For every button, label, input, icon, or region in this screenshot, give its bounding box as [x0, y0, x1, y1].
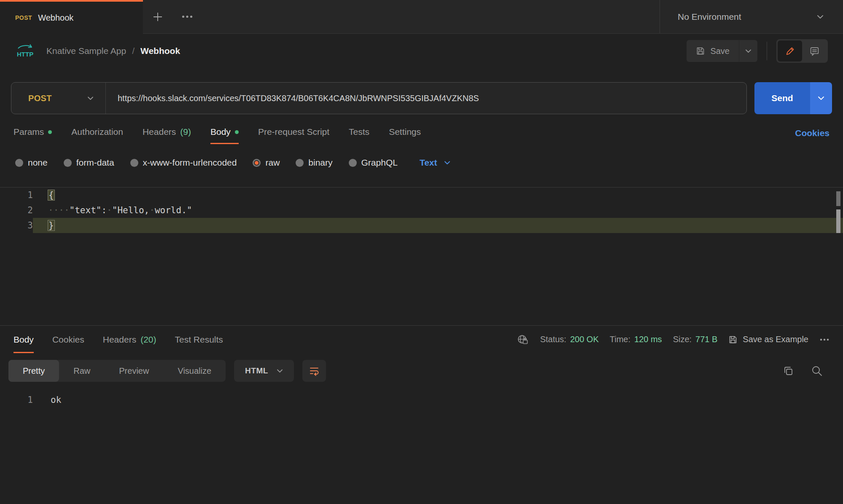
line-number: 1: [0, 188, 33, 203]
chevron-down-icon: [277, 369, 283, 373]
mode-none[interactable]: none: [15, 158, 48, 168]
url-input[interactable]: https://hooks.slack.com/services/T06TD83…: [106, 94, 479, 103]
request-header: HTTP Knative Sample App / Webhook Save: [0, 34, 843, 68]
header-divider: [767, 42, 767, 60]
plus-icon: [152, 11, 163, 22]
response-tools: [782, 365, 835, 377]
mode-binary[interactable]: binary: [296, 158, 332, 168]
view-visualize[interactable]: Visualize: [163, 360, 226, 382]
tab-method-badge: POST: [15, 14, 32, 21]
view-preview[interactable]: Preview: [105, 360, 163, 382]
environment-selector[interactable]: No Environment: [660, 0, 843, 33]
network-info-icon[interactable]: [517, 333, 529, 346]
response-tab-headers-label: Headers: [103, 335, 136, 345]
tab-params[interactable]: Params: [13, 127, 52, 144]
svg-text:HTTP: HTTP: [17, 51, 33, 58]
editor-code: }: [33, 218, 843, 233]
response-body[interactable]: 1 ok: [0, 393, 843, 407]
chevron-down-icon: [87, 97, 94, 100]
save-options-button[interactable]: [739, 40, 757, 62]
close-brace: }: [48, 220, 54, 231]
request-tabs: Params Authorization Headers (9) Body Pr…: [0, 127, 843, 144]
tab-headers-label: Headers: [143, 127, 176, 137]
size-label: Size:: [673, 335, 692, 344]
response-format-label: HTML: [245, 366, 268, 375]
radio-icon: [130, 159, 138, 167]
cookies-link[interactable]: Cookies: [795, 128, 830, 144]
breadcrumb-request-name[interactable]: Webhook: [140, 46, 180, 56]
response-meta: Status: 200 OK Time: 120 ms Size: 771 B …: [517, 333, 830, 346]
raw-language-selector[interactable]: Text: [420, 158, 450, 168]
tab-tests[interactable]: Tests: [349, 127, 369, 144]
wrap-text-icon: [309, 365, 320, 376]
line-number: 2: [0, 203, 33, 218]
copy-icon[interactable]: [782, 365, 794, 377]
chevron-down-icon: [745, 49, 751, 53]
comments-button[interactable]: [802, 40, 827, 62]
radio-icon: [296, 159, 304, 167]
edit-request-button[interactable]: [778, 40, 802, 62]
tab-headers[interactable]: Headers (9): [143, 127, 191, 144]
chevron-down-icon: [818, 96, 824, 100]
editor-line-current: 3 }: [0, 218, 843, 233]
new-tab-button[interactable]: [143, 0, 172, 33]
indent-whitespace: ····: [48, 205, 70, 215]
mode-graphql[interactable]: GraphQL: [349, 158, 398, 168]
tab-body[interactable]: Body: [210, 127, 239, 144]
status-value: 200 OK: [570, 335, 599, 344]
response-tab-test-results-label: Test Results: [175, 335, 223, 345]
tab-pre-request-script[interactable]: Pre-request Script: [258, 127, 329, 144]
response-options-icon[interactable]: [819, 338, 830, 341]
response-tab-headers[interactable]: Headers (20): [103, 326, 156, 353]
pencil-icon: [785, 46, 795, 56]
mode-graphql-label: GraphQL: [361, 158, 398, 168]
send-button-group: Send: [754, 82, 832, 114]
body-mode-row: none form-data x-www-form-urlencoded raw…: [0, 154, 843, 171]
request-tab-webhook[interactable]: POST Webhook: [0, 0, 143, 34]
method-label: POST: [28, 94, 52, 103]
edit-mode-group: [776, 39, 828, 63]
tab-authorization[interactable]: Authorization: [71, 127, 123, 144]
comment-icon: [809, 46, 820, 56]
editor-code: ····"text":·"Hello,·world.": [33, 203, 843, 218]
mode-form-data-label: form-data: [76, 158, 114, 168]
tab-options-button[interactable]: [172, 0, 202, 33]
request-body-editor[interactable]: 1 { 2 ····"text":·"Hello,·world." 3 }: [0, 187, 843, 325]
environment-label: No Environment: [678, 12, 741, 22]
send-options-button[interactable]: [810, 82, 832, 114]
search-icon[interactable]: [811, 365, 823, 377]
json-key: "text":: [70, 205, 107, 215]
scrollbar-mark[interactable]: [836, 191, 840, 206]
whitespace-dot: ·: [107, 205, 112, 215]
radio-icon: [349, 159, 357, 167]
mode-form-data[interactable]: form-data: [64, 158, 114, 168]
response-tab-cookies[interactable]: Cookies: [52, 326, 84, 353]
method-selector[interactable]: POST: [11, 83, 106, 114]
send-button[interactable]: Send: [754, 82, 810, 114]
raw-language-label: Text: [420, 158, 437, 168]
wrap-lines-button[interactable]: [302, 360, 326, 382]
save-icon: [696, 46, 705, 56]
view-pretty[interactable]: Pretty: [8, 360, 59, 382]
response-tab-test-results[interactable]: Test Results: [175, 326, 223, 353]
response-body-text: ok: [33, 393, 61, 407]
tab-settings[interactable]: Settings: [389, 127, 421, 144]
view-raw[interactable]: Raw: [59, 360, 105, 382]
breadcrumb-separator: /: [132, 46, 135, 56]
response-tab-body[interactable]: Body: [13, 326, 34, 353]
save-button-label: Save: [710, 46, 730, 56]
save-button[interactable]: Save: [687, 40, 739, 62]
breadcrumb-collection[interactable]: Knative Sample App: [46, 46, 126, 56]
save-as-example-button[interactable]: Save as Example: [728, 335, 808, 344]
mode-raw[interactable]: raw: [253, 158, 280, 168]
response-format-selector[interactable]: HTML: [234, 360, 294, 382]
mode-none-label: none: [28, 158, 48, 168]
save-icon: [728, 335, 738, 344]
mode-urlencoded[interactable]: x-www-form-urlencoded: [130, 158, 237, 168]
time-label: Time:: [610, 335, 630, 344]
tab-pre-request-label: Pre-request Script: [258, 127, 329, 137]
response-tab-cookies-label: Cookies: [52, 335, 84, 345]
response-tabs: Body Cookies Headers (20) Test Results: [13, 326, 223, 353]
http-badge-icon: HTTP: [15, 43, 35, 59]
scrollbar-mark[interactable]: [836, 209, 840, 233]
